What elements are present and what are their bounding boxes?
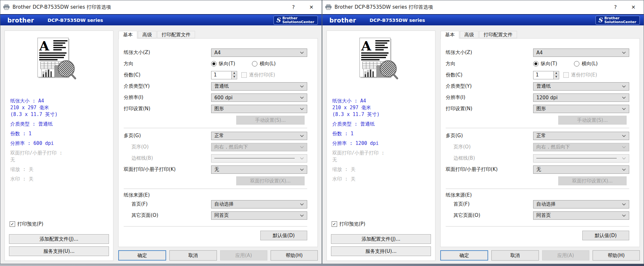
paper-size-label: 纸张大小(Z) — [124, 49, 211, 56]
border-line-sample — [536, 158, 617, 158]
copies-increment-button[interactable]: ▲ — [232, 71, 237, 75]
first-page-select[interactable]: 自动选择 — [533, 200, 629, 208]
main-column: 基本 高级 打印配置文件 纸张大小(Z) A4 方向 — [440, 25, 640, 264]
cancel-button[interactable]: 取消 — [169, 250, 217, 261]
first-page-label: 首页(F) — [124, 201, 211, 207]
orientation-portrait-radio[interactable]: 纵向(T) — [211, 61, 235, 67]
orientation-landscape-radio[interactable]: 横向(L) — [574, 61, 598, 67]
chevron-down-icon — [300, 157, 304, 160]
resolution-select[interactable]: 1200 dpi — [533, 93, 629, 102]
manual-settings-button: 手动设置(S)... — [558, 116, 627, 125]
add-profile-button[interactable]: 添加配置文件(J)... — [331, 234, 431, 244]
summary-duplex: 双面打印/小册子打印 : — [332, 150, 435, 156]
ok-button[interactable]: 确定 — [440, 250, 488, 261]
basic-tab-page: 纸张大小(Z) A4 方向 纵向(T) — [118, 38, 318, 247]
tab-basic[interactable]: 基本 — [441, 31, 459, 39]
print-preview-checkbox[interactable]: ✓ 打印预览(P) — [332, 221, 435, 227]
print-settings-select[interactable]: 图形 — [533, 105, 629, 113]
first-page-select[interactable]: 自动选择 — [211, 200, 307, 208]
print-preview-checkbox[interactable]: ✓ 打印预览(P) — [10, 221, 113, 227]
tab-advanced[interactable]: 高级 — [460, 31, 479, 38]
ok-button[interactable]: 确定 — [118, 250, 166, 261]
tab-print-profiles[interactable]: 打印配置文件 — [479, 31, 517, 38]
svg-text:A: A — [39, 38, 49, 53]
tab-basic[interactable]: 基本 — [119, 31, 137, 39]
solutions-center-button[interactable]: S Brother SolutionsCenter — [595, 16, 640, 25]
solutions-center-button[interactable]: S Brother SolutionsCenter — [273, 16, 318, 25]
chevron-down-icon — [622, 108, 626, 110]
cancel-button[interactable]: 取消 — [491, 250, 539, 261]
paper-source-label: 纸张来源(E) — [124, 192, 307, 199]
border-line-label: 边框线(B) — [446, 155, 533, 161]
help-button[interactable]: 帮助(H) — [271, 250, 318, 261]
add-profile-button[interactable]: 添加配置文件(J)... — [9, 234, 109, 244]
media-type-label: 介质类型(Y) — [446, 83, 533, 89]
defaults-button[interactable]: 默认值(D) — [582, 231, 629, 240]
print-preview-label: 打印预览(P) — [339, 221, 365, 227]
solutions-center-label: Brother SolutionsCenter — [604, 16, 636, 24]
media-type-label: 介质类型(Y) — [124, 83, 211, 89]
chevron-down-icon — [300, 203, 304, 206]
copies-input[interactable]: 1 — [211, 71, 232, 79]
duplex-label: 双面打印/小册子打印(K) — [446, 166, 533, 173]
resolution-label: 分辨率(I) — [124, 94, 211, 101]
basic-tab-page: 纸张大小(Z) A4 方向 纵向(T) — [440, 38, 640, 247]
apply-button: 应用(A) — [542, 250, 589, 261]
radio-selected-icon — [533, 61, 539, 66]
media-type-select[interactable]: 普通纸 — [533, 82, 629, 91]
defaults-button[interactable]: 默认值(D) — [260, 231, 307, 240]
titlebar-help-button[interactable]: ? — [284, 0, 302, 14]
tab-advanced[interactable]: 高级 — [138, 31, 157, 38]
other-pages-select[interactable]: 同首页 — [533, 211, 629, 220]
duplex-select[interactable]: 无 — [533, 165, 629, 174]
summary-duplex: 双面打印/小册子打印 : — [10, 150, 113, 156]
printer-icon — [325, 4, 332, 10]
duplex-select[interactable]: 无 — [211, 165, 307, 174]
other-pages-select[interactable]: 同首页 — [211, 211, 307, 220]
multiple-page-select[interactable]: 正常 — [211, 132, 307, 140]
print-settings-select[interactable]: 图形 — [211, 105, 307, 113]
preview-panel: A — [4, 31, 113, 261]
copies-decrement-button[interactable]: ▼ — [554, 75, 559, 79]
resolution-select[interactable]: 600 dpi — [211, 93, 307, 102]
support-button[interactable]: 服务支持(U)... — [331, 246, 431, 256]
summary-watermark: 水印 : 关 — [332, 176, 435, 182]
paper-source-label: 纸张来源(E) — [446, 192, 629, 199]
copies-increment-button[interactable]: ▲ — [554, 71, 559, 75]
summary-media-type: 介质类型 : 普通纸 — [10, 121, 113, 128]
collate-checkbox — [563, 72, 569, 78]
solutions-center-swoosh-icon: S — [598, 17, 603, 23]
copies-input[interactable]: 1 — [533, 71, 554, 79]
tab-print-profiles[interactable]: 打印配置文件 — [157, 31, 195, 38]
help-button[interactable]: 帮助(H) — [593, 250, 640, 261]
apply-button: 应用(A) — [220, 250, 267, 261]
multiple-page-select[interactable]: 正常 — [533, 132, 629, 140]
chevron-down-icon — [300, 168, 304, 171]
orientation-landscape-radio[interactable]: 横向(L) — [252, 61, 276, 67]
resolution-label: 分辨率(I) — [446, 94, 533, 101]
other-pages-label: 其它页面(O) — [446, 212, 533, 218]
titlebar-close-button[interactable]: ✕ — [624, 0, 642, 14]
other-pages-label: 其它页面(O) — [124, 212, 211, 218]
copies-decrement-button[interactable]: ▼ — [232, 75, 237, 79]
border-line-label: 边框线(B) — [124, 155, 211, 161]
collate-label: 逐份打印(E) — [249, 72, 275, 78]
window-titlebar: Brother DCP-B7535DW series 打印首选项 ? ✕ — [322, 0, 644, 14]
titlebar-help-button[interactable]: ? — [606, 0, 624, 14]
summary-scaling: 缩放 : 关 — [332, 166, 435, 173]
document-preview-image: A — [35, 35, 83, 81]
titlebar-close-button[interactable]: ✕ — [302, 0, 320, 14]
radio-unselected-icon — [574, 61, 579, 66]
orientation-portrait-radio[interactable]: 纵向(T) — [533, 61, 557, 67]
collate-checkbox — [241, 72, 247, 78]
checkbox-checked-icon: ✓ — [10, 221, 15, 227]
paper-size-select[interactable]: A4 — [533, 49, 629, 57]
chevron-down-icon — [622, 51, 626, 54]
printer-icon — [3, 4, 10, 10]
tab-bar: 基本 高级 打印配置文件 — [119, 31, 318, 39]
multiple-page-label: 多页(G) — [124, 133, 211, 139]
media-type-select[interactable]: 普通纸 — [211, 82, 307, 91]
paper-size-label: 纸张大小(Z) — [446, 49, 533, 56]
paper-size-select[interactable]: A4 — [211, 49, 307, 57]
support-button[interactable]: 服务支持(U)... — [9, 246, 109, 256]
